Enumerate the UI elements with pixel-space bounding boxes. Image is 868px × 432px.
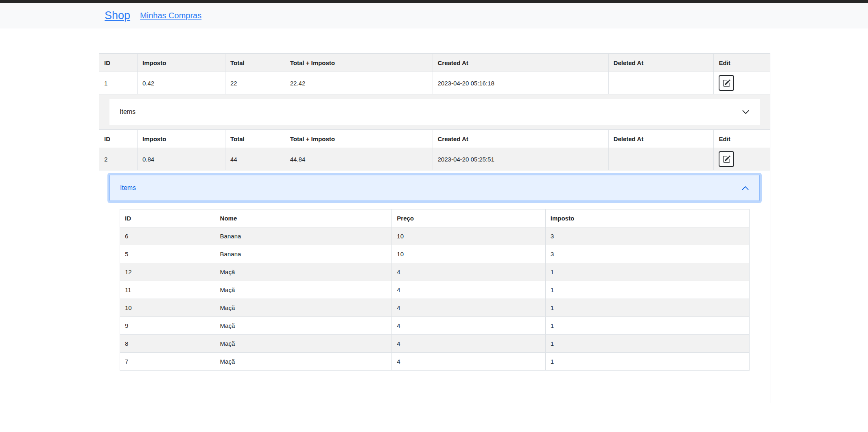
- purchase-total-cell: 22: [225, 72, 285, 94]
- item-nome-cell: Maçã: [215, 317, 392, 335]
- item-imposto-cell: 1: [545, 353, 749, 371]
- item-preco-cell: 4: [392, 353, 545, 371]
- item-imposto-cell: 1: [545, 263, 749, 281]
- edit-purchase-1-button[interactable]: [719, 75, 734, 91]
- navbar: Shop Minhas Compras: [0, 3, 868, 28]
- chevron-up-icon: [741, 184, 749, 192]
- purchase-total-imposto-cell: 44.84: [285, 148, 433, 170]
- col-header-deleted-at: Deleted At: [608, 54, 714, 72]
- edit-purchase-2-button[interactable]: [719, 151, 734, 167]
- items-accordion-toggle-expanded[interactable]: Items: [109, 175, 760, 201]
- purchase-imposto-cell: 0.42: [137, 72, 225, 94]
- navbar-content: Shop Minhas Compras: [99, 9, 770, 22]
- purchase-edit-cell: [714, 72, 770, 94]
- item-row: 6 Banana 10 3: [120, 227, 750, 245]
- accordion-label: Items: [120, 108, 136, 116]
- item-row: 12 Maçã 4 1: [120, 263, 750, 281]
- item-row: 5 Banana 10 3: [120, 245, 750, 263]
- brand-link-shop[interactable]: Shop: [105, 9, 130, 22]
- purchase-imposto-cell: 0.84: [137, 148, 225, 170]
- col-header-total: Total: [225, 54, 285, 72]
- item-preco-cell: 4: [392, 299, 545, 317]
- item-id-cell: 9: [120, 317, 215, 335]
- item-id-cell: 5: [120, 245, 215, 263]
- item-imposto-cell: 1: [545, 281, 749, 299]
- pencil-square-icon: [723, 155, 730, 163]
- purchase-deleted-at-cell: [608, 72, 714, 94]
- purchase-created-at-cell: 2023-04-20 05:16:18: [433, 72, 608, 94]
- item-imposto-cell: 3: [545, 227, 749, 245]
- items-accordion-body: ID Nome Preço Imposto 6 Banana: [109, 201, 760, 398]
- purchase-total-imposto-cell: 22.42: [285, 72, 433, 94]
- nav-link-minhas-compras[interactable]: Minhas Compras: [140, 11, 201, 20]
- item-preco-cell: 10: [392, 227, 545, 245]
- purchase-deleted-at-cell: [608, 148, 714, 170]
- item-preco-cell: 4: [392, 317, 545, 335]
- purchase-1-header-row: ID Imposto Total Total + Imposto Created…: [99, 54, 770, 72]
- item-id-cell: 12: [120, 263, 215, 281]
- item-row: 10 Maçã 4 1: [120, 299, 750, 317]
- purchase-1-accordion-row: Items: [99, 94, 770, 130]
- col-header-edit: Edit: [714, 130, 770, 148]
- item-id-cell: 6: [120, 227, 215, 245]
- purchases-table: ID Imposto Total Total + Imposto Created…: [99, 53, 770, 403]
- item-row: 11 Maçã 4 1: [120, 281, 750, 299]
- purchases-container: ID Imposto Total Total + Imposto Created…: [99, 53, 770, 403]
- item-nome-cell: Maçã: [215, 263, 392, 281]
- col-header-total-imposto: Total + Imposto: [285, 130, 433, 148]
- col-header-total: Total: [225, 130, 285, 148]
- col-header-imposto: Imposto: [137, 130, 225, 148]
- item-nome-cell: Banana: [215, 227, 392, 245]
- accordion-label: Items: [120, 184, 136, 192]
- col-header-created-at: Created At: [433, 130, 608, 148]
- purchase-edit-cell: [714, 148, 770, 170]
- col-header-deleted-at: Deleted At: [608, 130, 714, 148]
- col-header-imposto: Imposto: [137, 54, 225, 72]
- item-id-cell: 8: [120, 335, 215, 353]
- purchase-2-accordion-row: Items ID Nome: [99, 170, 770, 403]
- item-id-cell: 7: [120, 353, 215, 371]
- pencil-square-icon: [723, 79, 730, 87]
- purchase-total-cell: 44: [225, 148, 285, 170]
- col-header-total-imposto: Total + Imposto: [285, 54, 433, 72]
- purchase-2-row: 2 0.84 44 44.84 2023-04-20 05:25:51: [99, 148, 770, 170]
- purchase-id-cell: 2: [99, 148, 138, 170]
- item-id-cell: 11: [120, 281, 215, 299]
- purchase-1-row: 1 0.42 22 22.42 2023-04-20 05:16:18: [99, 72, 770, 94]
- item-row: 9 Maçã 4 1: [120, 317, 750, 335]
- item-preco-cell: 4: [392, 335, 545, 353]
- purchase-created-at-cell: 2023-04-20 05:25:51: [433, 148, 608, 170]
- item-nome-cell: Maçã: [215, 281, 392, 299]
- item-nome-cell: Maçã: [215, 299, 392, 317]
- item-row: 7 Maçã 4 1: [120, 353, 750, 371]
- col-header-created-at: Created At: [433, 54, 608, 72]
- purchase-1-accordion-cell: Items: [99, 94, 770, 130]
- purchase-id-cell: 1: [99, 72, 138, 94]
- col-header-id: ID: [99, 54, 138, 72]
- item-nome-cell: Banana: [215, 245, 392, 263]
- col-header-id: ID: [99, 130, 138, 148]
- item-nome-cell: Maçã: [215, 335, 392, 353]
- items-col-header-preco: Preço: [392, 209, 545, 227]
- purchase-2-accordion-cell: Items ID Nome: [99, 170, 770, 403]
- item-preco-cell: 4: [392, 281, 545, 299]
- purchase-2-header-row: ID Imposto Total Total + Imposto Created…: [99, 130, 770, 148]
- items-col-header-imposto: Imposto: [545, 209, 749, 227]
- window-top-bar: [0, 0, 868, 3]
- items-accordion-toggle-collapsed[interactable]: Items: [109, 99, 760, 125]
- item-preco-cell: 10: [392, 245, 545, 263]
- col-header-edit: Edit: [714, 54, 770, 72]
- item-imposto-cell: 1: [545, 335, 749, 353]
- item-preco-cell: 4: [392, 263, 545, 281]
- item-imposto-cell: 1: [545, 299, 749, 317]
- item-row: 8 Maçã 4 1: [120, 335, 750, 353]
- item-id-cell: 10: [120, 299, 215, 317]
- items-table: ID Nome Preço Imposto 6 Banana: [120, 209, 750, 371]
- items-col-header-id: ID: [120, 209, 215, 227]
- item-nome-cell: Maçã: [215, 353, 392, 371]
- item-imposto-cell: 3: [545, 245, 749, 263]
- items-header-row: ID Nome Preço Imposto: [120, 209, 750, 227]
- item-imposto-cell: 1: [545, 317, 749, 335]
- items-table-body: 6 Banana 10 3 5 Banana 10: [120, 227, 750, 371]
- items-col-header-nome: Nome: [215, 209, 392, 227]
